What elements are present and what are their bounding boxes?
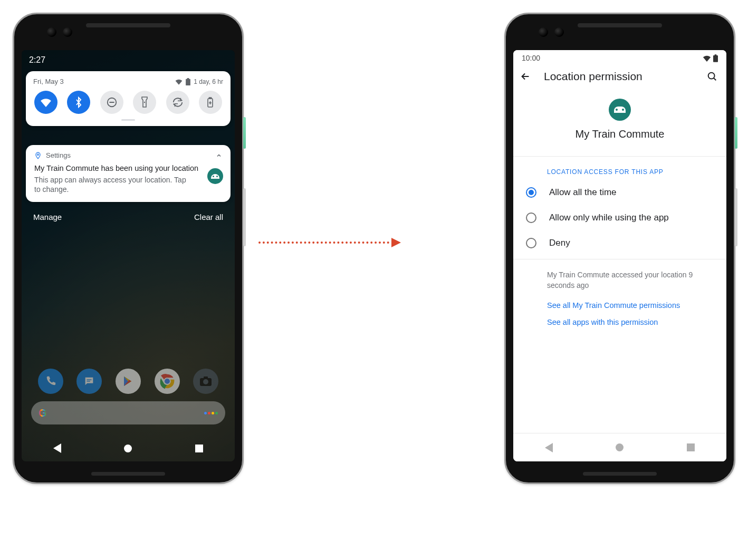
location-icon	[34, 152, 42, 159]
qs-battery-text: 1 day, 6 hr	[194, 78, 223, 85]
wifi-icon	[175, 79, 183, 85]
section-label: LOCATION ACCESS FOR THIS APP	[513, 157, 726, 180]
last-access-info: My Train Commute accessed your location …	[547, 270, 714, 291]
app-name: My Train Commute	[576, 128, 665, 140]
phone-right-frame: 10:00 Location permission	[504, 13, 735, 484]
svg-point-2	[144, 102, 145, 103]
permission-option-label: Allow all the time	[549, 187, 617, 198]
phone-left-frame: 2:27 Fri, May 3 1 day, 6 hr	[13, 13, 244, 484]
notification-body: This app can always access your location…	[34, 175, 193, 195]
battery-icon	[713, 54, 718, 62]
battery-icon	[186, 78, 190, 85]
chevron-up-icon[interactable]	[216, 152, 222, 159]
notification-manage-button[interactable]: Manage	[33, 213, 62, 221]
nav-recent-button[interactable]	[687, 443, 695, 451]
nav-back-button[interactable]	[53, 443, 61, 453]
qs-flashlight-toggle[interactable]	[133, 91, 156, 114]
system-nav-bar	[513, 433, 726, 461]
flow-arrow	[258, 237, 401, 248]
messages-app-icon[interactable]	[76, 369, 102, 394]
nav-back-button[interactable]	[545, 443, 553, 452]
qs-battery-saver-toggle[interactable]	[199, 91, 222, 114]
autorotate-icon	[172, 96, 184, 108]
phone-app-icon[interactable]	[38, 369, 63, 394]
google-search-bar[interactable]: G	[31, 401, 225, 424]
google-logo-icon: G	[39, 407, 47, 419]
assistant-icon[interactable]	[204, 412, 218, 414]
qs-date: Fri, May 3	[33, 78, 64, 85]
front-camera-icon	[554, 27, 564, 37]
battery-icon	[207, 97, 214, 108]
notification-title: My Train Commute has been using your loc…	[34, 163, 222, 174]
status-bar-time: 10:00	[522, 54, 540, 62]
notification-clear-all-button[interactable]: Clear all	[194, 213, 223, 221]
permission-option-label: Allow only while using the app	[549, 213, 669, 223]
qs-autorotate-toggle[interactable]	[166, 91, 189, 114]
svg-point-7	[37, 153, 39, 155]
radio-icon	[526, 187, 536, 198]
earpiece-speaker	[86, 23, 170, 27]
quick-settings-panel[interactable]: Fri, May 3 1 day, 6 hr	[26, 71, 231, 126]
radio-icon	[526, 238, 536, 248]
play-store-app-icon[interactable]	[116, 369, 141, 394]
android-head-icon	[211, 174, 219, 179]
chrome-app-icon[interactable]	[155, 369, 180, 394]
permission-option-deny[interactable]: Deny	[513, 230, 726, 256]
android-head-icon	[614, 107, 626, 113]
wifi-icon	[40, 98, 52, 107]
permission-option-label: Deny	[549, 238, 570, 248]
qs-expand-handle[interactable]	[121, 119, 135, 121]
back-arrow-icon[interactable]	[520, 71, 531, 82]
svg-rect-15	[204, 376, 208, 379]
radio-icon	[526, 213, 536, 223]
nav-recent-button[interactable]	[195, 445, 203, 452]
see-all-apps-permission-link[interactable]: See all apps with this permission	[513, 310, 726, 326]
bottom-speaker	[91, 472, 165, 476]
bluetooth-icon	[75, 96, 82, 108]
page-title: Location permission	[544, 70, 642, 83]
nav-home-button[interactable]	[616, 443, 624, 451]
status-bar-time: 2:27	[29, 55, 45, 65]
app-icon	[609, 99, 631, 121]
permission-option-allow-always[interactable]: Allow all the time	[513, 180, 726, 205]
qs-wifi-toggle[interactable]	[34, 91, 57, 114]
svg-rect-4	[209, 98, 212, 99]
earpiece-speaker	[578, 23, 662, 27]
notification-app-label: Settings	[46, 151, 71, 159]
svg-point-16	[708, 73, 715, 79]
svg-line-17	[714, 78, 716, 80]
dnd-icon	[106, 96, 118, 108]
qs-bluetooth-toggle[interactable]	[67, 91, 90, 114]
home-dock	[22, 369, 235, 394]
wifi-icon	[703, 55, 711, 62]
bottom-speaker	[583, 472, 657, 476]
app-info-header: My Train Commute	[513, 87, 726, 156]
system-nav-bar	[22, 443, 235, 453]
front-camera-icon	[63, 27, 72, 37]
flashlight-icon	[141, 96, 148, 108]
front-camera-icon	[539, 27, 548, 37]
permission-option-allow-while-using[interactable]: Allow only while using the app	[513, 205, 726, 230]
svg-point-14	[203, 379, 208, 384]
qs-dnd-toggle[interactable]	[100, 91, 123, 114]
front-camera-icon	[47, 27, 56, 37]
see-all-app-permissions-link[interactable]: See all My Train Commute permissions	[513, 293, 726, 310]
nav-home-button[interactable]	[124, 445, 132, 452]
notification-app-icon	[207, 168, 223, 184]
search-icon[interactable]	[706, 71, 718, 82]
arrow-head-icon	[391, 238, 401, 247]
location-usage-notification[interactable]: Settings My Train Commute has been using…	[26, 145, 231, 202]
camera-app-icon[interactable]	[193, 369, 218, 394]
